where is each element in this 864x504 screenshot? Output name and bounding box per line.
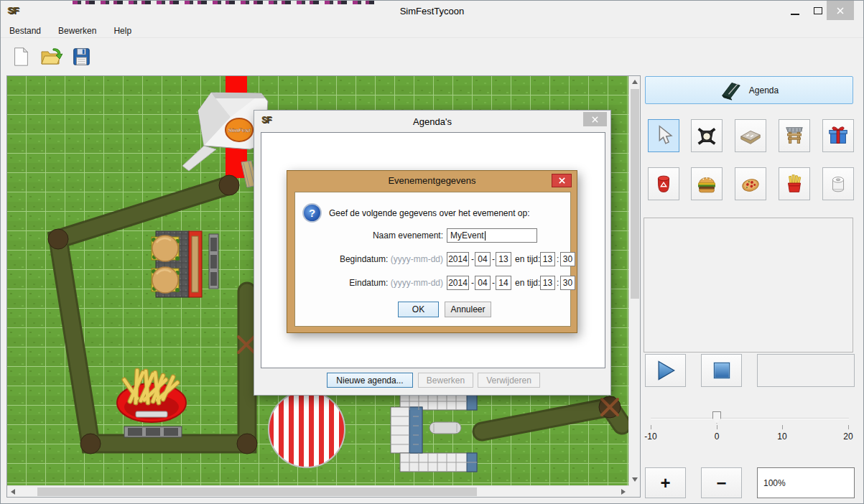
end-year-input[interactable]: 2014 bbox=[447, 276, 469, 290]
ok-button[interactable]: OK bbox=[398, 302, 439, 317]
agenda-button[interactable]: Agenda bbox=[645, 76, 853, 104]
app-window: SF SimFestTycoon Bestand Bewerken Help bbox=[0, 0, 864, 504]
start-year-input[interactable]: 2014 bbox=[447, 252, 469, 266]
text-caret bbox=[485, 231, 486, 241]
tool-toilet-paper[interactable] bbox=[822, 167, 854, 200]
stop-icon bbox=[711, 360, 733, 381]
start-date-label: Begindatum: (yyyy-mm-dd) bbox=[299, 254, 443, 264]
tool-road-tile[interactable] bbox=[735, 119, 766, 152]
end-date-label: Eindatum: (yyyy-mm-dd) bbox=[299, 278, 443, 288]
tool-spotlight[interactable] bbox=[691, 119, 723, 152]
sidebar: Agenda bbox=[642, 75, 860, 498]
stage-gate-icon bbox=[782, 123, 807, 148]
cancel-button[interactable]: Annuleer bbox=[445, 302, 491, 317]
end-day-input[interactable]: 14 bbox=[496, 276, 511, 290]
menu-bestand[interactable]: Bestand bbox=[9, 24, 48, 37]
start-day-input[interactable]: 13 bbox=[496, 252, 511, 266]
event-name-input[interactable]: MyEvent bbox=[447, 228, 537, 243]
slider-tick bbox=[782, 425, 783, 429]
date-format-hint: (yyyy-mm-dd) bbox=[391, 278, 443, 288]
scroll-right-icon[interactable] bbox=[621, 489, 626, 495]
cursor-icon bbox=[651, 123, 676, 148]
bench-vertical[interactable] bbox=[209, 234, 218, 289]
agendas-dialog-title: Agenda's bbox=[254, 116, 610, 127]
horizontal-scroll-thumb[interactable] bbox=[37, 487, 477, 496]
end-month-input[interactable]: 04 bbox=[475, 276, 491, 290]
menu-help[interactable]: Help bbox=[113, 24, 139, 37]
slider-tick bbox=[717, 425, 717, 429]
floppy-disk-icon bbox=[70, 45, 92, 68]
event-data-dialog: Evenementgegevens ? Geef de volgende geg… bbox=[287, 170, 577, 333]
slider-tick bbox=[848, 425, 849, 429]
toolbar bbox=[1, 40, 863, 73]
vertical-scroll-thumb[interactable] bbox=[631, 89, 639, 299]
time-separator: : bbox=[557, 278, 559, 288]
pizza-icon bbox=[738, 172, 763, 196]
tool-trash-can[interactable] bbox=[648, 167, 679, 200]
new-file-button[interactable] bbox=[8, 43, 34, 70]
bench-horizontal[interactable] bbox=[124, 426, 182, 437]
question-icon: ? bbox=[302, 203, 322, 223]
zoom-out-button[interactable]: − bbox=[701, 467, 742, 498]
zoom-level-field[interactable]: 100% bbox=[757, 467, 855, 498]
agendas-dialog-close-button[interactable] bbox=[583, 112, 607, 126]
blank-page-icon bbox=[10, 45, 32, 68]
close-icon bbox=[836, 6, 845, 15]
save-file-button[interactable] bbox=[68, 43, 94, 70]
hamburger-icon bbox=[695, 172, 719, 196]
scroll-up-icon[interactable] bbox=[632, 80, 638, 84]
delete-agenda-button[interactable]: Verwijderen bbox=[478, 373, 540, 388]
event-dialog-close-button[interactable] bbox=[552, 174, 572, 187]
date-separator: - bbox=[471, 278, 474, 288]
end-minute-input[interactable]: 30 bbox=[560, 276, 575, 290]
open-file-button[interactable] bbox=[38, 43, 64, 70]
tent-logo-text: SimFest bbox=[228, 127, 250, 134]
play-button[interactable] bbox=[645, 354, 686, 387]
speed-slider-thumb[interactable] bbox=[712, 411, 721, 424]
close-icon bbox=[558, 177, 566, 185]
close-icon bbox=[591, 116, 599, 123]
start-minute-input[interactable]: 30 bbox=[560, 252, 575, 266]
minimize-button[interactable] bbox=[786, 1, 804, 20]
new-agenda-button[interactable]: Nieuwe agenda... bbox=[327, 373, 413, 388]
edit-agenda-button[interactable]: Bewerken bbox=[418, 373, 473, 388]
close-button[interactable] bbox=[827, 1, 854, 20]
end-hour-input[interactable]: 13 bbox=[540, 276, 555, 290]
event-name-label: Naam evenement: bbox=[299, 230, 443, 241]
tool-french-fries[interactable] bbox=[779, 167, 810, 200]
menu-bewerken[interactable]: Bewerken bbox=[58, 24, 103, 37]
play-icon bbox=[654, 358, 678, 383]
hamburger-stand[interactable] bbox=[152, 231, 202, 297]
slider-label-zero: 0 bbox=[706, 431, 728, 442]
tool-detail-panel bbox=[644, 218, 853, 353]
tool-hamburger[interactable] bbox=[691, 167, 723, 200]
tool-pizza[interactable] bbox=[735, 167, 766, 200]
stop-button[interactable] bbox=[701, 354, 742, 387]
start-month-input[interactable]: 04 bbox=[475, 252, 491, 266]
menu-bar: Bestand Bewerken Help bbox=[1, 24, 863, 38]
start-hour-input[interactable]: 13 bbox=[540, 252, 555, 266]
start-label-text: Begindatum: bbox=[340, 254, 388, 264]
maximize-button[interactable] bbox=[809, 1, 827, 20]
event-instruction: Geef de volgende gegevens over het eveme… bbox=[329, 208, 530, 218]
tool-stage-gate[interactable] bbox=[779, 119, 810, 152]
open-folder-icon bbox=[40, 45, 62, 68]
map-horizontal-scrollbar[interactable] bbox=[7, 485, 629, 497]
speed-slider-track[interactable] bbox=[651, 418, 849, 419]
tool-select-cursor[interactable] bbox=[648, 119, 679, 152]
map-vertical-scrollbar[interactable] bbox=[628, 76, 640, 485]
tool-gift[interactable] bbox=[822, 119, 854, 152]
start-time-label: en tijd: bbox=[515, 254, 540, 264]
zoom-in-button[interactable]: + bbox=[645, 467, 686, 498]
time-separator: : bbox=[557, 254, 559, 264]
minimize-icon bbox=[791, 14, 799, 15]
striped-canopy[interactable] bbox=[269, 391, 345, 467]
french-fries-icon bbox=[782, 172, 807, 196]
road-tile-icon bbox=[738, 123, 763, 148]
scroll-down-icon[interactable] bbox=[632, 477, 638, 482]
end-time-label: en tijd: bbox=[515, 278, 540, 288]
gift-icon bbox=[826, 123, 850, 148]
slider-label-min: -10 bbox=[640, 431, 661, 442]
title-bar: SF SimFestTycoon bbox=[1, 1, 863, 21]
scroll-left-icon[interactable] bbox=[11, 489, 15, 495]
